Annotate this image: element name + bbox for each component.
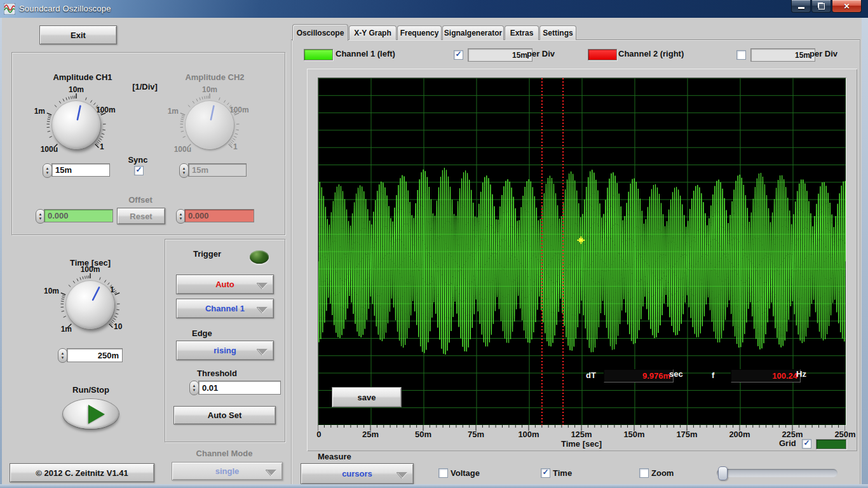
dt-label: dT [586,370,596,380]
trigger-source-dropdown[interactable]: Channel 1 [176,299,274,318]
x-tick-label: 175m [676,430,697,439]
channel1-legend-label: Channel 1 (left) [336,49,395,58]
voltage-checkbox[interactable] [438,468,448,478]
tab-label: Extras [510,29,534,37]
amplitude-ch1-spinner[interactable]: ▲▼ [43,163,52,178]
auto-set-button[interactable]: Auto Set [173,406,276,424]
x-tick-label: 100m [518,430,539,439]
x-tick-label: 200m [729,430,750,439]
zoom-slider-handle[interactable] [718,466,728,480]
x-tick-label: 225m [782,430,803,439]
channel2-legend-label: Channel 2 (right) [618,49,684,58]
play-icon [88,405,105,424]
trigger-mode-dropdown[interactable]: Auto [176,274,274,294]
x-tick-label: 50m [415,430,431,439]
amplitude-ch1-value[interactable]: 15m [51,163,110,177]
tab-signalgenerator[interactable]: Signalgenerator [442,25,504,40]
time-knob[interactable]: 1m 10m 100m 1 10 [49,264,132,346]
measure-selector-dropdown[interactable]: cursors [301,463,414,484]
sync-label: Sync [125,155,151,165]
window-controls: ✕ [791,0,862,13]
channel1-perdiv-label: per Div [527,49,555,58]
amplitude-ch1-label: Amplitude CH1 [32,72,133,82]
tab-label: Oscilloscope [297,29,344,37]
edge-dropdown[interactable]: rising [176,341,274,360]
time-value[interactable]: 250m [67,348,123,362]
restore-icon [818,3,825,10]
close-button[interactable]: ✕ [832,0,862,13]
channel1-perdiv-value[interactable]: 15m [468,48,532,62]
grid-label: Grid [779,438,796,448]
amplitude-ch1-knob[interactable]: 100u 1m 10m 100m 1 [35,84,118,166]
x-axis-labels: 025m50m75m100m125m150m175m200m225m250m [318,430,846,440]
channel2-color-swatch [588,49,617,60]
x-tick-label: 125m [571,430,592,439]
offset-ch1-value[interactable]: 0.000 [44,209,113,222]
app-icon [4,3,15,15]
x-tick-label: 75m [468,430,484,439]
chevron-down-icon [397,472,407,478]
amplitude-ch2-label: Amplitude CH2 [164,72,266,82]
title-bar: Soundcard Oszilloscope ✕ [0,0,868,18]
channel2-perdiv-value[interactable]: 15m [750,48,815,62]
time-checkbox[interactable] [541,468,550,478]
measure-label: Measure [318,452,351,461]
chevron-down-icon [257,283,268,288]
chevron-down-icon [257,307,268,313]
offset-label: Offset [121,195,159,205]
minimize-icon [798,7,804,9]
zoom-checkbox[interactable] [639,468,649,478]
tab-extras[interactable]: Extras [505,25,539,40]
chevron-down-icon [257,349,268,355]
x-tick-label: 0 [316,430,321,439]
window-left-border [0,18,2,488]
chevron-down-icon [266,470,276,475]
copyright-button[interactable]: © 2012 C. Zeitnitz V1.41 [10,463,154,482]
freq-value: 100.24 [731,369,801,383]
trigger-mode-value: Auto [215,280,234,289]
time-spinner[interactable]: ▲▼ [58,348,67,363]
amplitude-unit-label: [1/Div] [125,82,165,92]
restore-button[interactable] [811,0,831,13]
dt-value: 9.976m [604,369,674,383]
tab-frequency[interactable]: Frequency [397,25,442,40]
offset-reset-button[interactable]: Reset [117,208,165,224]
app-window: Soundcard Oszilloscope ✕ Exit Amplitude … [0,0,868,488]
amplitude-ch2-knob[interactable]: 100u 1m 10m 100m 1 [168,84,251,166]
edge-value: rising [214,346,236,355]
save-button[interactable]: save [332,387,402,407]
freq-unit: Hz [796,369,806,379]
window-bottom-border [0,484,868,488]
zoom-slider[interactable] [717,469,837,477]
copyright-label: © 2012 C. Zeitnitz V1.41 [36,468,128,478]
channel2-perdiv-checkbox[interactable] [736,50,746,60]
window-title: Soundcard Oszilloscope [19,4,111,13]
x-tick-label: 150m [623,430,644,439]
tab-label: Settings [543,29,573,37]
sync-checkbox[interactable] [134,166,144,175]
threshold-spinner[interactable]: ▲▼ [189,381,199,395]
channel2-perdiv-label: per Div [810,49,837,58]
tab-label: X-Y Graph [354,29,391,37]
tab-xy-graph[interactable]: X-Y Graph [349,25,397,40]
run-stop-button[interactable] [63,399,119,429]
knob-ticks-pointer [49,264,132,346]
amplitude-ch2-spinner[interactable]: ▲▼ [179,163,189,178]
channel-mode-label: Channel Mode [194,449,255,458]
channel-mode-dropdown[interactable]: single [172,462,283,480]
trigger-led [250,250,269,264]
tab-settings[interactable]: Settings [539,25,576,40]
x-tick-label: 25m [362,430,379,439]
channel1-perdiv-checkbox[interactable] [454,50,463,60]
minimize-button[interactable] [791,0,811,13]
threshold-value[interactable]: 0.01 [198,381,281,395]
close-icon: ✕ [843,2,850,11]
x-tick-label: 250m [834,430,855,439]
dt-unit: sec [669,369,683,379]
amplitude-ch2-value[interactable]: 15m [188,163,247,177]
offset-ch2-value[interactable]: 0.000 [184,209,254,222]
grid-checkbox[interactable] [802,439,811,449]
tab-oscilloscope[interactable]: Oscilloscope [292,24,348,41]
threshold-label: Threshold [197,369,237,378]
exit-button[interactable]: Exit [39,25,117,44]
